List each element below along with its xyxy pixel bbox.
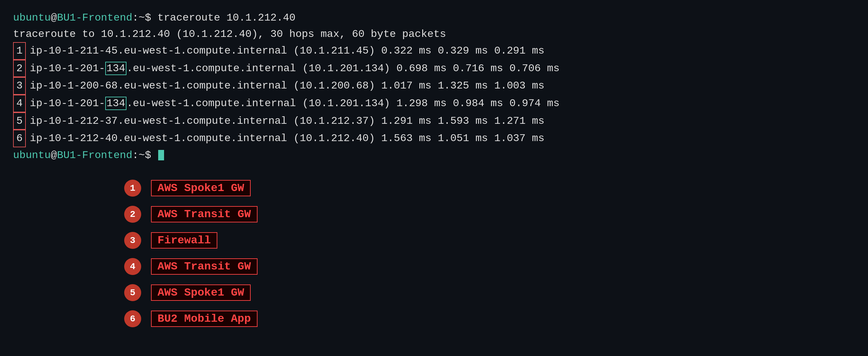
prompt-user: ubuntu (13, 12, 51, 24)
prompt2-path: :~ (132, 149, 145, 161)
prompt-at: @ (51, 12, 57, 24)
hop-host-5: ip-10-1-212-37.eu-west-1.compute.interna… (30, 113, 545, 129)
hop-host-6: ip-10-1-212-40.eu-west-1.compute.interna… (30, 130, 545, 147)
prompt-path: :~ (132, 12, 145, 24)
hop-num-2: 2 (13, 60, 26, 77)
terminal-section: ubuntu@BU1-Frontend:~$ traceroute 10.1.2… (13, 10, 855, 163)
legend-label-6: BU2 Mobile App (151, 311, 257, 327)
legend-badge-5: 5 (124, 284, 141, 301)
prompt2-dollar: $ (145, 149, 151, 161)
hop-num-5: 5 (13, 112, 26, 130)
hop-row-4: 4 ip-10-1-201-134.eu-west-1.compute.inte… (13, 95, 855, 112)
second-prompt-line: ubuntu@BU1-Frontend:~$ (13, 147, 855, 164)
legend-item-2: 2AWS Transit GW (124, 206, 855, 223)
cursor (158, 150, 164, 160)
hop-row-1: 1 ip-10-1-211-45.eu-west-1.compute.inter… (13, 42, 855, 60)
hop-highlight-2: 134 (105, 62, 127, 75)
legend-badge-6: 6 (124, 310, 141, 327)
hop-num-3: 3 (13, 77, 26, 95)
legend-badge-2: 2 (124, 206, 141, 223)
hop-row-5: 5 ip-10-1-212-37.eu-west-1.compute.inter… (13, 112, 855, 130)
legend-badge-4: 4 (124, 258, 141, 275)
hop-host-4: ip-10-1-201-134.eu-west-1.compute.intern… (30, 95, 559, 112)
hop-row-3: 3 ip-10-1-200-68.eu-west-1.compute.inter… (13, 77, 855, 95)
hop-num-4: 4 (13, 95, 26, 112)
legend-item-1: 1AWS Spoke1 GW (124, 180, 855, 197)
hop-highlight-4: 134 (105, 97, 127, 110)
hop-host-3: ip-10-1-200-68.eu-west-1.compute.interna… (30, 78, 545, 94)
hop-host-1: ip-10-1-211-45.eu-west-1.compute.interna… (30, 43, 545, 59)
hop-row-6: 6 ip-10-1-212-40.eu-west-1.compute.inter… (13, 130, 855, 147)
hop-host-2: ip-10-1-201-134.eu-west-1.compute.intern… (30, 60, 559, 77)
hop-num-1: 1 (13, 42, 26, 60)
prompt2-user: ubuntu (13, 149, 51, 161)
prompt2-at: @ (51, 149, 57, 161)
legend-label-4: AWS Transit GW (151, 258, 257, 275)
hop-num-6: 6 (13, 130, 26, 147)
legend-badge-3: 3 (124, 232, 141, 249)
traceroute-info: traceroute to 10.1.212.40 (10.1.212.40),… (13, 26, 855, 42)
prompt-host: BU1-Frontend (57, 12, 132, 24)
legend-item-6: 6BU2 Mobile App (124, 310, 855, 327)
legend-label-2: AWS Transit GW (151, 206, 257, 222)
legend-item-5: 5AWS Spoke1 GW (124, 284, 855, 301)
hop-row-2: 2 ip-10-1-201-134.eu-west-1.compute.inte… (13, 60, 855, 77)
legend-label-3: Firewall (151, 232, 217, 249)
prompt-dollar: $ (145, 12, 151, 24)
legend-section: 1AWS Spoke1 GW2AWS Transit GW3Firewall4A… (124, 180, 855, 327)
legend-item-3: 3Firewall (124, 232, 855, 249)
legend-label-5: AWS Spoke1 GW (151, 285, 251, 301)
legend-badge-1: 1 (124, 180, 141, 197)
legend-item-4: 4AWS Transit GW (124, 258, 855, 275)
legend-label-1: AWS Spoke1 GW (151, 180, 251, 196)
command-line: ubuntu@BU1-Frontend:~$ traceroute 10.1.2… (13, 10, 855, 26)
command-text: traceroute 10.1.212.40 (151, 12, 296, 24)
prompt2-host: BU1-Frontend (57, 149, 132, 161)
